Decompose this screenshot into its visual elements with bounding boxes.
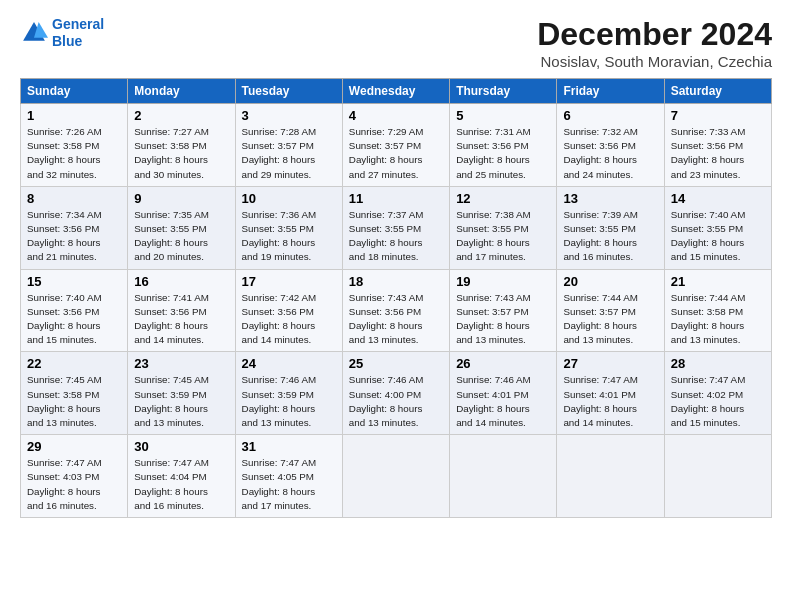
day-number: 25 — [349, 356, 443, 371]
day-info: Sunrise: 7:46 AM Sunset: 4:00 PM Dayligh… — [349, 373, 443, 430]
day-number: 10 — [242, 191, 336, 206]
header-friday: Friday — [557, 79, 664, 104]
main-title: December 2024 — [537, 16, 772, 53]
header-sunday: Sunday — [21, 79, 128, 104]
calendar-cell — [664, 435, 771, 518]
day-number: 28 — [671, 356, 765, 371]
header-saturday: Saturday — [664, 79, 771, 104]
logo-line2: Blue — [52, 33, 82, 49]
calendar-cell: 15Sunrise: 7:40 AM Sunset: 3:56 PM Dayli… — [21, 269, 128, 352]
calendar-cell: 23Sunrise: 7:45 AM Sunset: 3:59 PM Dayli… — [128, 352, 235, 435]
page: General Blue December 2024 Nosislav, Sou… — [0, 0, 792, 528]
day-number: 8 — [27, 191, 121, 206]
day-number: 19 — [456, 274, 550, 289]
day-number: 15 — [27, 274, 121, 289]
day-number: 27 — [563, 356, 657, 371]
calendar-cell: 16Sunrise: 7:41 AM Sunset: 3:56 PM Dayli… — [128, 269, 235, 352]
day-number: 12 — [456, 191, 550, 206]
calendar-cell: 14Sunrise: 7:40 AM Sunset: 3:55 PM Dayli… — [664, 186, 771, 269]
day-info: Sunrise: 7:47 AM Sunset: 4:03 PM Dayligh… — [27, 456, 121, 513]
week-row-4: 29Sunrise: 7:47 AM Sunset: 4:03 PM Dayli… — [21, 435, 772, 518]
calendar-cell: 26Sunrise: 7:46 AM Sunset: 4:01 PM Dayli… — [450, 352, 557, 435]
calendar-cell: 30Sunrise: 7:47 AM Sunset: 4:04 PM Dayli… — [128, 435, 235, 518]
logo-line1: General — [52, 16, 104, 32]
calendar-cell: 28Sunrise: 7:47 AM Sunset: 4:02 PM Dayli… — [664, 352, 771, 435]
day-number: 14 — [671, 191, 765, 206]
calendar-cell: 24Sunrise: 7:46 AM Sunset: 3:59 PM Dayli… — [235, 352, 342, 435]
calendar-cell: 12Sunrise: 7:38 AM Sunset: 3:55 PM Dayli… — [450, 186, 557, 269]
day-number: 13 — [563, 191, 657, 206]
day-info: Sunrise: 7:41 AM Sunset: 3:56 PM Dayligh… — [134, 291, 228, 348]
day-number: 20 — [563, 274, 657, 289]
day-info: Sunrise: 7:47 AM Sunset: 4:01 PM Dayligh… — [563, 373, 657, 430]
day-info: Sunrise: 7:37 AM Sunset: 3:55 PM Dayligh… — [349, 208, 443, 265]
day-number: 21 — [671, 274, 765, 289]
calendar-cell — [342, 435, 449, 518]
calendar-cell: 1Sunrise: 7:26 AM Sunset: 3:58 PM Daylig… — [21, 104, 128, 187]
day-info: Sunrise: 7:47 AM Sunset: 4:04 PM Dayligh… — [134, 456, 228, 513]
day-number: 4 — [349, 108, 443, 123]
subtitle: Nosislav, South Moravian, Czechia — [537, 53, 772, 70]
calendar-cell: 7Sunrise: 7:33 AM Sunset: 3:56 PM Daylig… — [664, 104, 771, 187]
day-info: Sunrise: 7:45 AM Sunset: 3:58 PM Dayligh… — [27, 373, 121, 430]
calendar-cell: 31Sunrise: 7:47 AM Sunset: 4:05 PM Dayli… — [235, 435, 342, 518]
day-info: Sunrise: 7:28 AM Sunset: 3:57 PM Dayligh… — [242, 125, 336, 182]
day-number: 30 — [134, 439, 228, 454]
day-number: 18 — [349, 274, 443, 289]
day-info: Sunrise: 7:47 AM Sunset: 4:02 PM Dayligh… — [671, 373, 765, 430]
day-info: Sunrise: 7:29 AM Sunset: 3:57 PM Dayligh… — [349, 125, 443, 182]
calendar-cell: 5Sunrise: 7:31 AM Sunset: 3:56 PM Daylig… — [450, 104, 557, 187]
day-info: Sunrise: 7:35 AM Sunset: 3:55 PM Dayligh… — [134, 208, 228, 265]
calendar-cell: 11Sunrise: 7:37 AM Sunset: 3:55 PM Dayli… — [342, 186, 449, 269]
header-tuesday: Tuesday — [235, 79, 342, 104]
day-number: 22 — [27, 356, 121, 371]
day-number: 3 — [242, 108, 336, 123]
calendar-cell: 13Sunrise: 7:39 AM Sunset: 3:55 PM Dayli… — [557, 186, 664, 269]
calendar-cell: 6Sunrise: 7:32 AM Sunset: 3:56 PM Daylig… — [557, 104, 664, 187]
day-number: 11 — [349, 191, 443, 206]
day-info: Sunrise: 7:32 AM Sunset: 3:56 PM Dayligh… — [563, 125, 657, 182]
calendar-cell — [450, 435, 557, 518]
day-info: Sunrise: 7:26 AM Sunset: 3:58 PM Dayligh… — [27, 125, 121, 182]
header-wednesday: Wednesday — [342, 79, 449, 104]
week-row-2: 15Sunrise: 7:40 AM Sunset: 3:56 PM Dayli… — [21, 269, 772, 352]
day-info: Sunrise: 7:33 AM Sunset: 3:56 PM Dayligh… — [671, 125, 765, 182]
calendar-cell: 25Sunrise: 7:46 AM Sunset: 4:00 PM Dayli… — [342, 352, 449, 435]
header-monday: Monday — [128, 79, 235, 104]
day-number: 24 — [242, 356, 336, 371]
logo-text: General Blue — [52, 16, 104, 50]
calendar-cell: 27Sunrise: 7:47 AM Sunset: 4:01 PM Dayli… — [557, 352, 664, 435]
day-number: 26 — [456, 356, 550, 371]
calendar-cell: 29Sunrise: 7:47 AM Sunset: 4:03 PM Dayli… — [21, 435, 128, 518]
day-number: 31 — [242, 439, 336, 454]
day-info: Sunrise: 7:34 AM Sunset: 3:56 PM Dayligh… — [27, 208, 121, 265]
day-number: 1 — [27, 108, 121, 123]
day-number: 2 — [134, 108, 228, 123]
day-info: Sunrise: 7:44 AM Sunset: 3:58 PM Dayligh… — [671, 291, 765, 348]
header-area: General Blue December 2024 Nosislav, Sou… — [20, 16, 772, 70]
calendar-cell: 4Sunrise: 7:29 AM Sunset: 3:57 PM Daylig… — [342, 104, 449, 187]
calendar-cell: 3Sunrise: 7:28 AM Sunset: 3:57 PM Daylig… — [235, 104, 342, 187]
day-number: 9 — [134, 191, 228, 206]
calendar-cell: 9Sunrise: 7:35 AM Sunset: 3:55 PM Daylig… — [128, 186, 235, 269]
day-number: 5 — [456, 108, 550, 123]
calendar-cell: 18Sunrise: 7:43 AM Sunset: 3:56 PM Dayli… — [342, 269, 449, 352]
calendar-cell: 19Sunrise: 7:43 AM Sunset: 3:57 PM Dayli… — [450, 269, 557, 352]
day-info: Sunrise: 7:36 AM Sunset: 3:55 PM Dayligh… — [242, 208, 336, 265]
header-row: SundayMondayTuesdayWednesdayThursdayFrid… — [21, 79, 772, 104]
day-info: Sunrise: 7:31 AM Sunset: 3:56 PM Dayligh… — [456, 125, 550, 182]
day-info: Sunrise: 7:46 AM Sunset: 3:59 PM Dayligh… — [242, 373, 336, 430]
header-thursday: Thursday — [450, 79, 557, 104]
day-info: Sunrise: 7:40 AM Sunset: 3:56 PM Dayligh… — [27, 291, 121, 348]
day-number: 29 — [27, 439, 121, 454]
day-info: Sunrise: 7:46 AM Sunset: 4:01 PM Dayligh… — [456, 373, 550, 430]
calendar-cell: 8Sunrise: 7:34 AM Sunset: 3:56 PM Daylig… — [21, 186, 128, 269]
logo: General Blue — [20, 16, 104, 50]
day-number: 16 — [134, 274, 228, 289]
day-info: Sunrise: 7:44 AM Sunset: 3:57 PM Dayligh… — [563, 291, 657, 348]
day-number: 23 — [134, 356, 228, 371]
logo-icon — [20, 19, 48, 47]
day-info: Sunrise: 7:45 AM Sunset: 3:59 PM Dayligh… — [134, 373, 228, 430]
calendar-cell: 21Sunrise: 7:44 AM Sunset: 3:58 PM Dayli… — [664, 269, 771, 352]
calendar-cell — [557, 435, 664, 518]
